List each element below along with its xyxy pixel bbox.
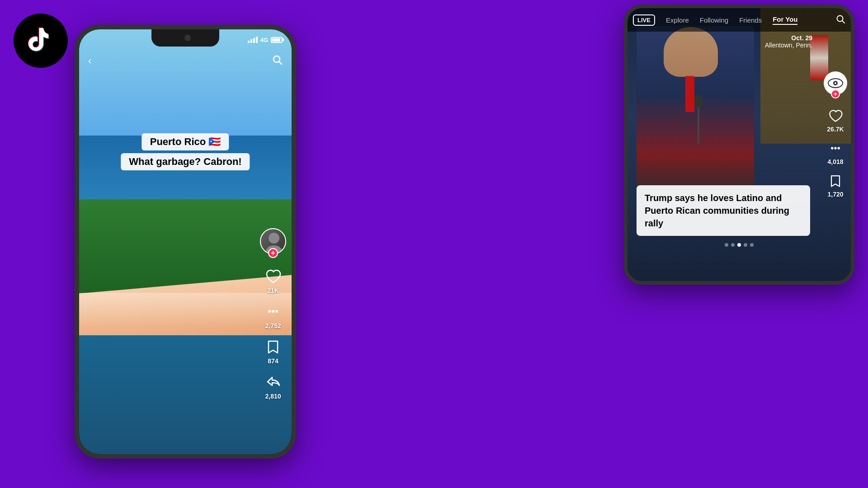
- status-bar-left: 4G: [79, 33, 292, 47]
- comment-count: 2,752: [265, 322, 281, 329]
- svg-line-1: [279, 62, 282, 65]
- svg-point-2: [269, 233, 279, 244]
- nav-explore[interactable]: Explore: [666, 16, 689, 24]
- dot-1: [725, 243, 728, 247]
- svg-point-4: [268, 310, 271, 313]
- action-sidebar-right: + 26.7K 4,018: [824, 71, 847, 198]
- dot-2: [731, 243, 735, 247]
- bookmark-button[interactable]: 874: [264, 338, 282, 365]
- caption-line-2: What garbage? Cabron!: [121, 153, 250, 170]
- video-background-right: [627, 8, 851, 281]
- like-button[interactable]: 21K: [264, 267, 282, 294]
- video-caption-left: Puerto Rico 🇵🇷 What garbage? Cabron!: [121, 133, 250, 170]
- cbs-avatar[interactable]: +: [824, 71, 847, 95]
- caption-line-1: Puerto Rico 🇵🇷: [142, 133, 229, 150]
- tiktok-logo: [14, 14, 68, 68]
- bookmark-count: 874: [268, 357, 278, 365]
- action-sidebar-left: + 21K 2,752: [260, 228, 286, 400]
- like-count-right: 26.7K: [827, 126, 844, 133]
- nav-following[interactable]: Following: [700, 16, 728, 24]
- creator-avatar[interactable]: +: [260, 228, 286, 254]
- live-badge: LIVE: [633, 14, 655, 26]
- nav-search-icon[interactable]: [835, 14, 845, 26]
- svg-point-14: [838, 147, 840, 149]
- event-location: Allentown, Penn.: [765, 42, 812, 49]
- progress-indicator: [725, 243, 754, 247]
- share-button[interactable]: 2,810: [264, 373, 282, 400]
- navigation-bar: LIVE Explore Following Friends For You: [627, 8, 851, 32]
- like-button-right[interactable]: 26.7K: [827, 108, 844, 133]
- follow-cbs-button[interactable]: +: [831, 89, 840, 99]
- svg-point-12: [831, 147, 833, 149]
- bookmark-button-right[interactable]: 1,720: [827, 173, 844, 198]
- nav-for-you[interactable]: For You: [773, 15, 797, 25]
- video-caption-right: Trump says he loves Latino and Puerto Ri…: [637, 185, 810, 236]
- dot-4: [744, 243, 747, 247]
- comment-count-right: 4,018: [827, 158, 843, 165]
- like-count: 21K: [267, 287, 279, 294]
- follow-button[interactable]: +: [268, 248, 278, 258]
- dot-5: [750, 243, 754, 247]
- search-button[interactable]: [272, 54, 283, 68]
- svg-point-13: [834, 147, 836, 149]
- caption-text: Trump says he loves Latino and Puerto Ri…: [637, 185, 810, 236]
- share-count: 2,810: [265, 393, 281, 400]
- svg-point-6: [275, 310, 278, 313]
- dot-3: [737, 243, 741, 247]
- battery-indicator: [271, 37, 283, 43]
- phone-right: LIVE Explore Following Friends For You O…: [624, 5, 854, 285]
- bookmark-count-right: 1,720: [827, 191, 843, 198]
- date-location: Oct. 29 Allentown, Penn.: [765, 34, 812, 49]
- svg-point-11: [835, 82, 836, 84]
- svg-point-5: [272, 310, 274, 313]
- nav-friends[interactable]: Friends: [739, 16, 762, 24]
- comment-button-right[interactable]: 4,018: [827, 140, 844, 165]
- signal-indicator: [248, 37, 258, 43]
- phone-left: 4G ‹ Puerto Rico 🇵🇷 What garbage? Cabron…: [75, 25, 296, 459]
- back-button[interactable]: ‹: [88, 55, 91, 67]
- event-date: Oct. 29: [765, 34, 812, 42]
- top-bar-left: ‹: [79, 50, 292, 72]
- network-type: 4G: [260, 37, 268, 43]
- svg-line-8: [842, 21, 844, 23]
- comment-button[interactable]: 2,752: [264, 302, 282, 329]
